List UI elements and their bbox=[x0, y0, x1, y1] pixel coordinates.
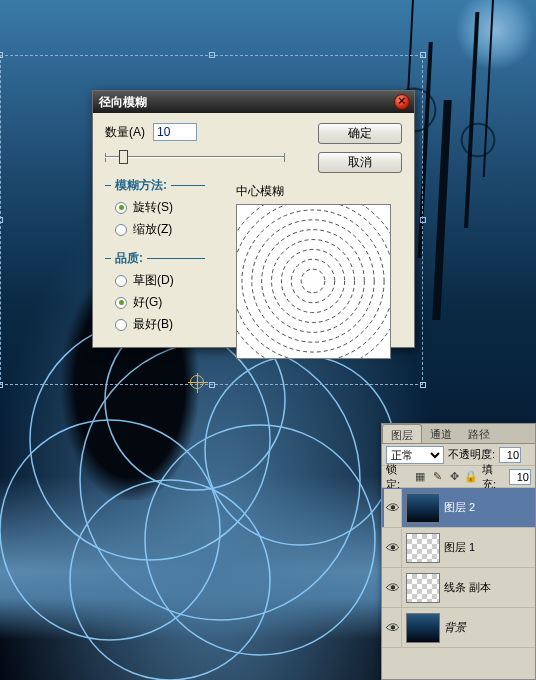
radio-label: 好(G) bbox=[133, 294, 162, 311]
quality-heading: 品质: bbox=[105, 250, 205, 267]
lock-label: 锁定: bbox=[386, 462, 409, 492]
layer-row[interactable]: 👁线条 副本 bbox=[382, 568, 535, 608]
layer-list: 👁图层 2👁图层 1👁线条 副本👁背景 bbox=[382, 488, 535, 679]
lock-move-icon[interactable]: ✥ bbox=[447, 470, 461, 484]
amount-label: 数量(A) bbox=[105, 124, 145, 141]
svg-point-12 bbox=[252, 220, 374, 342]
fill-input[interactable] bbox=[509, 469, 531, 485]
fill-label: 填充: bbox=[482, 462, 505, 492]
radio-icon[interactable] bbox=[115, 275, 127, 287]
opacity-label: 不透明度: bbox=[448, 447, 495, 462]
layer-name-label[interactable]: 图层 2 bbox=[444, 500, 533, 515]
blur-method-group: 模糊方法: 旋转(S)缩放(Z) bbox=[105, 177, 205, 238]
tab-channels[interactable]: 通道 bbox=[422, 424, 460, 443]
radio-icon[interactable] bbox=[115, 297, 127, 309]
amount-input[interactable] bbox=[153, 123, 197, 141]
layer-thumbnail[interactable] bbox=[406, 573, 440, 603]
lock-paint-icon[interactable]: ✎ bbox=[430, 470, 444, 484]
blur-center-preview[interactable] bbox=[236, 204, 391, 359]
svg-point-9 bbox=[281, 249, 344, 312]
radial-blur-dialog: 径向模糊 数量(A) 确定 取消 模糊方法: 旋转(S)缩放(Z) 品质: 草图… bbox=[92, 90, 415, 348]
quality-group: 品质: 草图(D)好(G)最好(B) bbox=[105, 250, 205, 333]
amount-slider[interactable] bbox=[105, 149, 285, 165]
layer-row[interactable]: 👁图层 1 bbox=[382, 528, 535, 568]
blur-method-option-1[interactable]: 缩放(Z) bbox=[115, 221, 205, 238]
layer-thumbnail[interactable] bbox=[406, 613, 440, 643]
layer-name-label[interactable]: 线条 副本 bbox=[444, 580, 533, 595]
dialog-titlebar[interactable]: 径向模糊 bbox=[93, 91, 414, 113]
lock-transparency-icon[interactable]: ▦ bbox=[413, 470, 427, 484]
visibility-eye-icon[interactable]: 👁 bbox=[384, 529, 402, 567]
svg-point-10 bbox=[272, 240, 355, 323]
svg-point-7 bbox=[301, 269, 325, 293]
svg-point-8 bbox=[291, 259, 334, 302]
svg-point-13 bbox=[242, 210, 384, 352]
svg-point-11 bbox=[262, 230, 365, 333]
visibility-eye-icon[interactable]: 👁 bbox=[384, 489, 402, 527]
lock-all-icon[interactable]: 🔒 bbox=[464, 470, 478, 484]
close-icon[interactable] bbox=[394, 94, 410, 110]
radio-icon[interactable] bbox=[115, 319, 127, 331]
layer-row[interactable]: 👁背景 bbox=[382, 608, 535, 648]
layer-row[interactable]: 👁图层 2 bbox=[382, 488, 535, 528]
tab-layers[interactable]: 图层 bbox=[382, 424, 422, 443]
blur-method-option-0[interactable]: 旋转(S) bbox=[115, 199, 205, 216]
layers-panel: 图层 通道 路径 正常 不透明度: 锁定: ▦ ✎ ✥ 🔒 填充: 👁图层 2👁… bbox=[381, 423, 536, 680]
svg-point-14 bbox=[237, 205, 390, 358]
radio-icon[interactable] bbox=[115, 224, 127, 236]
radio-label: 草图(D) bbox=[133, 272, 174, 289]
quality-option-1[interactable]: 好(G) bbox=[115, 294, 205, 311]
layer-name-label[interactable]: 背景 bbox=[444, 620, 533, 635]
radio-label: 缩放(Z) bbox=[133, 221, 172, 238]
radio-icon[interactable] bbox=[115, 202, 127, 214]
slider-thumb-icon[interactable] bbox=[119, 150, 128, 164]
tab-paths[interactable]: 路径 bbox=[460, 424, 498, 443]
transform-center-point[interactable] bbox=[190, 375, 204, 389]
dialog-title: 径向模糊 bbox=[97, 94, 394, 111]
quality-option-2[interactable]: 最好(B) bbox=[115, 316, 205, 333]
blur-method-heading: 模糊方法: bbox=[105, 177, 205, 194]
visibility-eye-icon[interactable]: 👁 bbox=[384, 569, 402, 607]
cancel-button[interactable]: 取消 bbox=[318, 152, 402, 173]
opacity-input[interactable] bbox=[499, 447, 521, 463]
panel-tabs: 图层 通道 路径 bbox=[382, 424, 535, 444]
radio-label: 最好(B) bbox=[133, 316, 173, 333]
preview-label: 中心模糊 bbox=[236, 183, 400, 200]
layer-thumbnail[interactable] bbox=[406, 533, 440, 563]
radio-label: 旋转(S) bbox=[133, 199, 173, 216]
quality-option-0[interactable]: 草图(D) bbox=[115, 272, 205, 289]
visibility-eye-icon[interactable]: 👁 bbox=[384, 609, 402, 647]
ok-button[interactable]: 确定 bbox=[318, 123, 402, 144]
svg-point-15 bbox=[237, 205, 390, 358]
layer-thumbnail[interactable] bbox=[406, 493, 440, 523]
layer-name-label[interactable]: 图层 1 bbox=[444, 540, 533, 555]
